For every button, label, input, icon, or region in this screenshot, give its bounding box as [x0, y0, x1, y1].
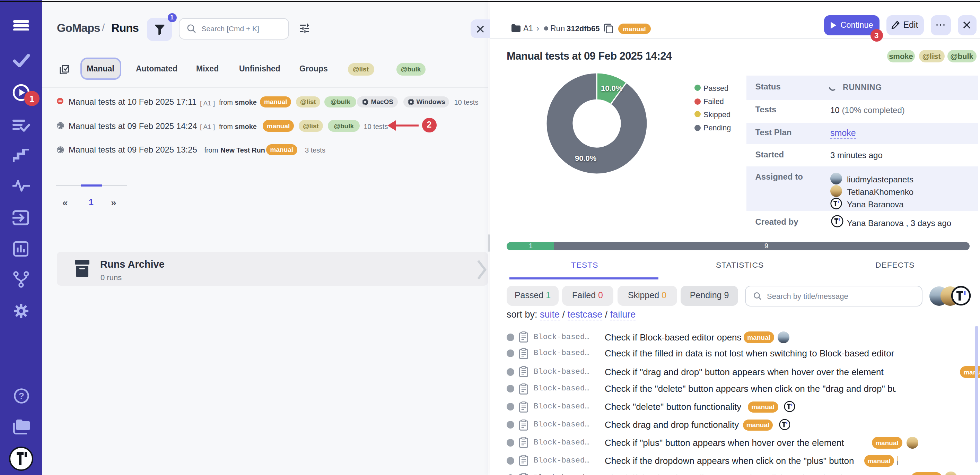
svg-text:?: ? [19, 391, 24, 401]
